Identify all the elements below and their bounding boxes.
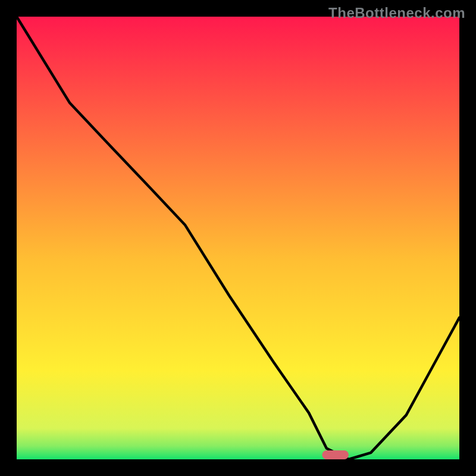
bottleneck-chart: TheBottleneck.com (0, 0, 476, 476)
optimum-marker (322, 450, 349, 459)
chart-svg (0, 0, 476, 476)
chart-gradient-background (17, 17, 459, 459)
watermark-text: TheBottleneck.com (328, 5, 465, 21)
